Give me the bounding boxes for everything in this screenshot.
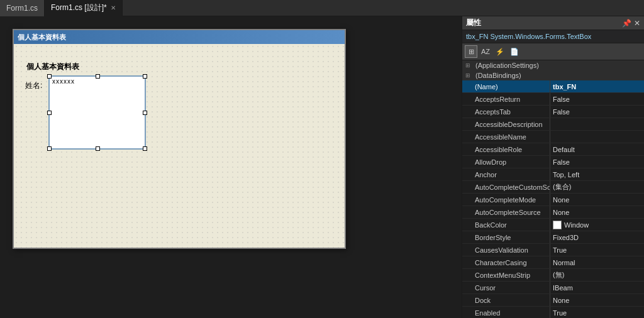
prop-value-enabled: True bbox=[550, 307, 644, 318]
tab-form1-cs-label: Form1.cs bbox=[6, 4, 38, 13]
expand-icon-app: ⊞ bbox=[465, 62, 471, 69]
prop-name-accessible-description: AccessibleDescription bbox=[462, 118, 550, 130]
prop-value-accessible-description bbox=[550, 118, 644, 130]
tab-form1-cs[interactable]: Form1.cs bbox=[0, 0, 45, 16]
prop-name-enabled: Enabled bbox=[462, 307, 550, 318]
prop-value-allow-drop: False bbox=[550, 156, 644, 168]
prop-value-accepts-return: False bbox=[550, 93, 644, 105]
properties-panel: 屬性 📌 ✕ tbx_FN System.Windows.Forms.TextB… bbox=[462, 16, 644, 318]
prop-name-character-casing: CharacterCasing bbox=[462, 256, 550, 268]
props-toolbar-events-btn[interactable]: ⚡ bbox=[494, 45, 506, 58]
prop-value-autocomplete-custom: (集合) bbox=[550, 181, 644, 193]
tab-bar: Form1.cs Form1.cs [設計]* ✕ bbox=[0, 0, 644, 16]
prop-name-causes-validation: CausesValidation bbox=[462, 244, 550, 256]
prop-row-dock[interactable]: Dock None bbox=[462, 294, 644, 307]
props-table[interactable]: ⊞ (ApplicationSettings) ⊞ (DataBindings)… bbox=[462, 60, 644, 318]
prop-name-borderstyle: BorderStyle bbox=[462, 231, 550, 243]
prop-row-causes-validation[interactable]: CausesValidation True bbox=[462, 244, 644, 256]
form-header-text: 個人基本資料表 bbox=[26, 62, 79, 72]
prop-name-accepts-return: AcceptsReturn bbox=[462, 93, 550, 105]
expand-icon-data: ⊞ bbox=[465, 72, 471, 79]
prop-value-accessible-role: Default bbox=[550, 143, 644, 155]
prop-value-causes-validation: True bbox=[550, 244, 644, 256]
prop-name-autocomplete-source: AutoCompleteSource bbox=[462, 206, 550, 218]
handle-tr[interactable] bbox=[143, 74, 147, 79]
prop-group-application-settings[interactable]: ⊞ (ApplicationSettings) bbox=[462, 60, 644, 70]
tab-form1-designer-close[interactable]: ✕ bbox=[111, 4, 116, 11]
prop-name-cursor: Cursor bbox=[462, 282, 550, 293]
handle-tc[interactable] bbox=[96, 74, 100, 79]
prop-name-accepts-tab: AcceptsTab bbox=[462, 106, 550, 118]
prop-name-context-menu: ContextMenuStrip bbox=[462, 269, 550, 281]
prop-row-accessible-description[interactable]: AccessibleDescription bbox=[462, 118, 644, 131]
props-toolbar: ⊞ AZ ⚡ 📄 bbox=[462, 43, 644, 60]
prop-row-enabled[interactable]: Enabled True bbox=[462, 307, 644, 318]
prop-row-accepts-tab[interactable]: AcceptsTab False bbox=[462, 106, 644, 118]
prop-row-anchor[interactable]: Anchor Top, Left bbox=[462, 168, 644, 181]
prop-row-accessible-role[interactable]: AccessibleRole Default bbox=[462, 143, 644, 156]
prop-name-accessible-name: AccessibleName bbox=[462, 131, 550, 143]
handle-bc[interactable] bbox=[96, 146, 100, 151]
prop-value-accessible-name bbox=[550, 131, 644, 143]
textbox-control[interactable]: xxxxxx bbox=[48, 75, 146, 150]
prop-row-accepts-return[interactable]: AcceptsReturn False bbox=[462, 93, 644, 106]
prop-value-character-casing: Normal bbox=[550, 256, 644, 268]
form-window[interactable]: 個人基本資料表 個人基本資料表 姓名: xxxxxx bbox=[13, 29, 346, 249]
handle-tl[interactable] bbox=[47, 74, 52, 79]
props-toolbar-category-btn[interactable]: ⊞ bbox=[465, 45, 477, 58]
form-body[interactable]: 個人基本資料表 姓名: xxxxxx bbox=[14, 44, 345, 248]
tab-form1-designer[interactable]: Form1.cs [設計]* ✕ bbox=[45, 0, 123, 16]
prop-row-character-casing[interactable]: CharacterCasing Normal bbox=[462, 256, 644, 269]
backcolor-swatch bbox=[553, 221, 562, 229]
prop-row-autocomplete-custom[interactable]: AutoCompleteCustomSour (集合) bbox=[462, 181, 644, 194]
prop-group-databindings[interactable]: ⊞ (DataBindings) bbox=[462, 70, 644, 80]
prop-value-dock: None bbox=[550, 294, 644, 306]
prop-value-borderstyle: Fixed3D bbox=[550, 231, 644, 243]
close-props-icon[interactable]: ✕ bbox=[634, 19, 640, 28]
prop-row-autocomplete-source[interactable]: AutoCompleteSource None bbox=[462, 206, 644, 219]
prop-name-autocomplete-custom: AutoCompleteCustomSour bbox=[462, 181, 550, 193]
pin-icon[interactable]: 📌 bbox=[622, 19, 631, 28]
prop-value-cursor: IBeam bbox=[550, 282, 644, 293]
form-title: 個人基本資料表 bbox=[18, 33, 66, 42]
prop-value-accepts-tab: False bbox=[550, 106, 644, 118]
prop-row-cursor[interactable]: Cursor IBeam bbox=[462, 282, 644, 294]
props-panel-title: 屬性 bbox=[466, 18, 481, 28]
prop-row-autocomplete-mode[interactable]: AutoCompleteMode None bbox=[462, 194, 644, 206]
prop-row-borderstyle[interactable]: BorderStyle Fixed3D bbox=[462, 231, 644, 244]
props-object-selector[interactable]: tbx_FN System.Windows.Forms.TextBox bbox=[462, 30, 644, 43]
props-panel-header: 屬性 📌 ✕ bbox=[462, 16, 644, 30]
prop-row-context-menu[interactable]: ContextMenuStrip (無) bbox=[462, 269, 644, 282]
main-content: 個人基本資料表 個人基本資料表 姓名: xxxxxx bbox=[0, 16, 644, 318]
tab-form1-designer-label: Form1.cs [設計]* bbox=[51, 3, 107, 13]
form-title-bar: 個人基本資料表 bbox=[14, 30, 345, 44]
handle-br[interactable] bbox=[143, 146, 147, 151]
prop-name-accessible-role: AccessibleRole bbox=[462, 143, 550, 155]
handle-ml[interactable] bbox=[47, 111, 52, 115]
prop-row-name[interactable]: (Name) tbx_FN bbox=[462, 80, 644, 93]
prop-value-context-menu: (無) bbox=[550, 269, 644, 281]
prop-value-autocomplete-source: None bbox=[550, 206, 644, 218]
handle-mr[interactable] bbox=[143, 111, 147, 115]
prop-name-allow-drop: AllowDrop bbox=[462, 156, 550, 168]
prop-row-accessible-name[interactable]: AccessibleName bbox=[462, 131, 644, 143]
prop-group-application-label: (ApplicationSettings) bbox=[475, 62, 539, 69]
props-object-name: tbx_FN System.Windows.Forms.TextBox bbox=[466, 33, 591, 40]
designer-area: 個人基本資料表 個人基本資料表 姓名: xxxxxx bbox=[0, 16, 462, 318]
prop-value-autocomplete-mode: None bbox=[550, 194, 644, 206]
prop-row-allow-drop[interactable]: AllowDrop False bbox=[462, 156, 644, 168]
prop-name-anchor: Anchor bbox=[462, 168, 550, 180]
prop-group-databindings-label: (DataBindings) bbox=[475, 72, 521, 79]
props-toolbar-alpha-btn[interactable]: AZ bbox=[479, 45, 492, 58]
form-label: 姓名: bbox=[25, 80, 42, 91]
prop-name-backcolor: BackColor bbox=[462, 219, 550, 231]
handle-bl[interactable] bbox=[47, 146, 52, 151]
props-toolbar-pages-btn[interactable]: 📄 bbox=[508, 45, 521, 58]
prop-value-backcolor: Window bbox=[550, 219, 644, 231]
prop-row-backcolor[interactable]: BackColor Window bbox=[462, 219, 644, 231]
prop-name-autocomplete-mode: AutoCompleteMode bbox=[462, 194, 550, 206]
prop-value-name: tbx_FN bbox=[550, 80, 644, 92]
prop-name-dock: Dock bbox=[462, 294, 550, 306]
prop-value-anchor: Top, Left bbox=[550, 168, 644, 180]
textbox-content: xxxxxx bbox=[52, 78, 75, 85]
